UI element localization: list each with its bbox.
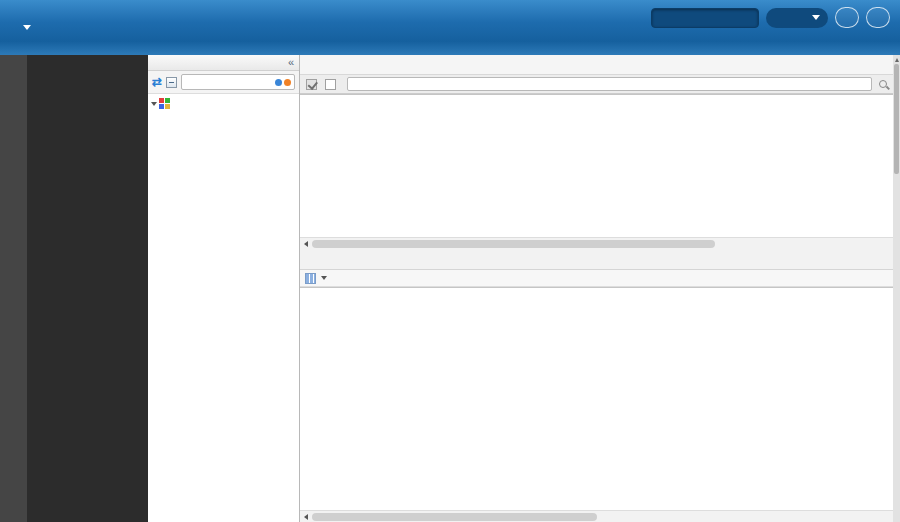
app-window: « ⇄	[0, 0, 900, 522]
workspace-checkbox[interactable]	[325, 79, 336, 90]
search-icon	[879, 80, 887, 88]
archive-checkbox[interactable]	[306, 79, 317, 90]
scroll-up-icon[interactable]	[893, 55, 900, 64]
detail-toolbar	[300, 270, 893, 287]
page-body: « ⇄	[0, 55, 900, 522]
tree-body	[148, 94, 299, 522]
category-grid-icon	[159, 98, 170, 109]
quick-filter-input[interactable]	[347, 77, 872, 91]
detail-tab-bar	[300, 249, 893, 270]
tree-toolbar: ⇄	[148, 71, 299, 94]
vscroll-thumb[interactable]	[894, 64, 899, 174]
scroll-left-icon[interactable]	[300, 511, 312, 522]
search-category-select[interactable]	[766, 8, 828, 28]
detail-table-rows	[300, 288, 893, 510]
detail-table-hscrollbar	[300, 510, 893, 522]
product-table-hscrollbar	[300, 237, 893, 249]
tree-search-input[interactable]	[181, 74, 295, 90]
product-table-rows	[300, 95, 893, 237]
tree-panel: « ⇄	[148, 55, 300, 522]
sidebar-menu	[27, 55, 148, 522]
nav-rail	[0, 55, 27, 522]
search-button[interactable]	[835, 7, 859, 28]
view-mode-dropdown[interactable]	[305, 273, 327, 284]
tree-panel-header: «	[148, 55, 299, 71]
global-search-input[interactable]	[651, 8, 759, 28]
page-vscrollbar	[893, 55, 900, 522]
filter-row	[300, 75, 893, 94]
tree-root-node[interactable]	[148, 96, 299, 111]
tree-expand-all-icon[interactable]	[166, 77, 177, 88]
scroll-left-icon[interactable]	[300, 238, 312, 249]
chevron-down-icon	[321, 276, 327, 280]
main-panel	[300, 55, 893, 522]
tree-search-go-icon[interactable]	[275, 79, 282, 86]
tree-search-clear-icon[interactable]	[284, 79, 291, 86]
advanced-search-button[interactable]	[866, 7, 890, 28]
hscroll-thumb[interactable]	[312, 513, 597, 521]
chevron-down-icon	[151, 101, 157, 107]
hscroll-thumb[interactable]	[312, 240, 715, 248]
header-search-row	[651, 7, 890, 28]
chevron-down-icon	[812, 15, 820, 20]
logo-dropdown-icon	[23, 25, 31, 30]
chipjet-logo[interactable]	[0, 0, 45, 55]
grid-icon	[305, 273, 316, 284]
tree-refresh-icon[interactable]: ⇄	[152, 75, 162, 89]
product-toolbar	[300, 55, 893, 75]
top-header	[0, 0, 900, 55]
header-right	[651, 0, 900, 55]
collapse-panel-icon[interactable]: «	[288, 57, 294, 68]
